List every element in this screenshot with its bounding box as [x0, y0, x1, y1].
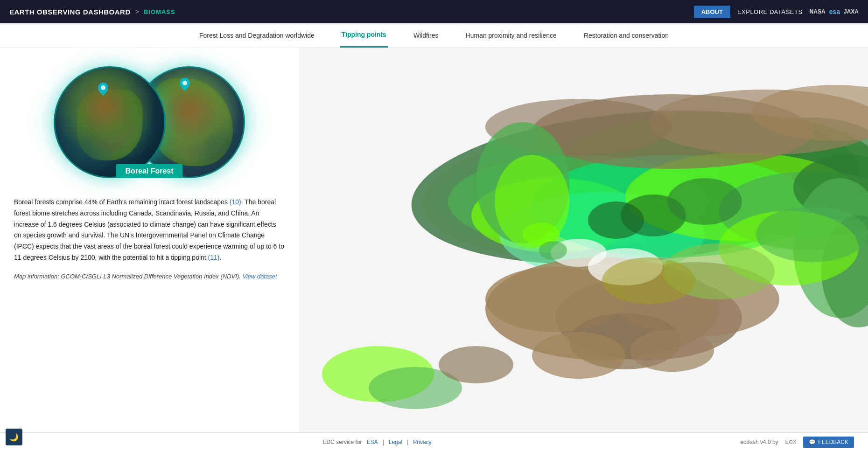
feedback-button[interactable]: 💬 FEEDBACK [803, 437, 854, 448]
boreal-forest-label: Boreal Forest [116, 164, 182, 178]
explore-datasets-button[interactable]: EXPLORE DATASETS [737, 8, 803, 15]
feedback-label: FEEDBACK [818, 439, 848, 445]
svg-point-36 [630, 330, 714, 372]
footer-right: eodash v4.0 by E⊙X 💬 FEEDBACK [740, 437, 854, 448]
nav-item-human-proximity[interactable]: Human proximity and resilience [464, 23, 559, 48]
footer-esa-link[interactable]: ESA [367, 439, 378, 445]
main-content: Boreal Forest Boreal forests comprise 44… [0, 48, 868, 432]
top-navigation: EARTH OBSERVING DASHBOARD > BIOMASS ABOU… [0, 0, 868, 23]
left-panel: Boreal Forest Boreal forests comprise 44… [0, 48, 299, 432]
svg-point-41 [439, 346, 513, 383]
map-background [299, 48, 868, 432]
about-button[interactable]: ABOUT [694, 6, 730, 18]
top-nav-left: EARTH OBSERVING DASHBOARD > BIOMASS [9, 8, 175, 16]
map-information: Map information: GCOM-C/SGLI L3 Normaliz… [14, 273, 285, 280]
top-nav-right: ABOUT EXPLORE DATASETS NASA esa JAXA [694, 6, 859, 18]
secondary-navigation: Forest Loss and Degradation worldwide Ti… [0, 23, 868, 48]
svg-point-35 [532, 332, 625, 379]
moon-icon: 🌙 [9, 433, 19, 442]
location-pin-1 [98, 83, 108, 97]
footer-separator-2: | [407, 439, 408, 445]
description-paragraph: Boreal forests comprise 44% of Earth's r… [14, 197, 285, 264]
footer-edc-text: EDC service for [323, 439, 362, 445]
dark-mode-toggle[interactable]: 🌙 [6, 429, 22, 445]
desc-text-3: . [220, 254, 222, 261]
svg-point-28 [756, 206, 868, 262]
footer-version-text: eodash v4.0 by [740, 439, 778, 445]
footer-center: EDC service for ESA | Legal | Privacy [323, 439, 432, 445]
breadcrumb-separator: > [135, 8, 139, 15]
nav-item-forest-loss[interactable]: Forest Loss and Degradation worldwide [197, 23, 316, 48]
desc-text-1: Boreal forests comprise 44% of Earth's r… [14, 198, 230, 206]
svg-point-0 [101, 85, 105, 90]
esa-logo: esa [829, 8, 840, 15]
view-dataset-link[interactable]: View dataset [242, 273, 277, 280]
svg-point-31 [667, 178, 742, 225]
eodash-logo-text: E⊙X [785, 439, 797, 445]
svg-point-33 [602, 257, 695, 304]
globe-north-america [54, 66, 166, 178]
location-pin-2 [180, 78, 190, 93]
nav-item-tipping-points[interactable]: Tipping points [340, 23, 388, 48]
nav-item-restoration[interactable]: Restoration and conservation [582, 23, 671, 48]
breadcrumb: BIOMASS [144, 8, 175, 15]
svg-point-1 [182, 81, 187, 85]
desc-text-2: . The boreal forest biome stretches acro… [14, 198, 284, 261]
ref-link-10[interactable]: (10) [230, 198, 241, 206]
feedback-icon: 💬 [809, 439, 816, 445]
svg-point-38 [539, 241, 567, 260]
nasa-logo: NASA [810, 8, 826, 15]
nav-item-wildfires[interactable]: Wildfires [412, 23, 441, 48]
ndvi-map [299, 48, 868, 432]
map-info-text: Map information: GCOM-C/SGLI L3 Normaliz… [14, 273, 242, 280]
ref-link-11[interactable]: (11) [208, 254, 220, 261]
footer-privacy-link[interactable]: Privacy [413, 439, 431, 445]
globe-na-detail [55, 68, 164, 177]
globe-container: Boreal Forest [14, 57, 285, 187]
footer: EDC service for ESA | Legal | Privacy eo… [0, 432, 868, 451]
partner-logos: NASA esa JAXA [810, 8, 859, 15]
footer-legal-link[interactable]: Legal [389, 439, 402, 445]
jaxa-logo: JAXA [844, 8, 859, 15]
footer-separator-1: | [383, 439, 384, 445]
site-title: EARTH OBSERVING DASHBOARD [9, 8, 131, 16]
